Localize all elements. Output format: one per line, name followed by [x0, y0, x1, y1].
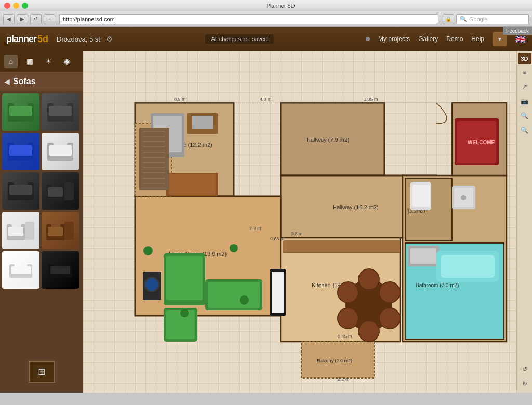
svg-rect-18 — [47, 156, 73, 161]
gallery-link[interactable]: Gallery — [418, 35, 438, 43]
svg-rect-105 — [272, 272, 284, 313]
black-sofa-item[interactable] — [42, 251, 79, 289]
svg-rect-19 — [49, 145, 72, 156]
demo-link[interactable]: Demo — [446, 35, 463, 43]
address-bar[interactable]: http://plannersd.com — [59, 14, 438, 24]
home-toolbar-icon[interactable]: ⌂ — [4, 55, 18, 68]
maximize-window-button[interactable] — [22, 3, 28, 9]
svg-rect-47 — [11, 266, 31, 274]
svg-point-108 — [379, 282, 400, 303]
svg-rect-90 — [169, 174, 216, 195]
svg-text:3.85 m: 3.85 m — [364, 97, 378, 102]
furniture-row-1 — [2, 93, 81, 131]
svg-rect-24 — [9, 185, 32, 195]
logo-5d: 5d — [37, 34, 48, 45]
brown-sofa-item[interactable] — [42, 212, 79, 249]
svg-rect-34 — [7, 236, 25, 240]
settings-icon[interactable]: ⚙ — [106, 35, 113, 43]
browser-chrome: Planner 5D ◀ ▶ ↺ + http://plannersd.com … — [0, 0, 532, 27]
home-nav-button[interactable]: + — [44, 14, 55, 24]
svg-point-110 — [379, 308, 400, 329]
svg-rect-131 — [139, 128, 169, 190]
search-placeholder: Google — [469, 16, 487, 22]
svg-text:WELCOME: WELCOME — [468, 140, 495, 145]
language-flag[interactable]: 🇬🇧 — [515, 34, 526, 44]
svg-rect-13 — [8, 156, 34, 161]
category-header: ◀ Sofas — [0, 72, 83, 91]
svg-rect-23 — [8, 195, 34, 200]
refresh-button[interactable]: ↺ — [30, 14, 42, 24]
dark-sofa-2-item[interactable] — [42, 172, 79, 210]
undo-button[interactable]: ↺ — [518, 362, 531, 376]
furniture-row-4 — [2, 212, 81, 249]
white-corner-sofa-item[interactable] — [2, 212, 39, 249]
svg-rect-29 — [64, 182, 74, 200]
floor-selector[interactable]: ⊞ — [29, 361, 55, 383]
back-arrow-icon[interactable]: ◀ — [4, 77, 10, 86]
svg-text:Hallway (7.9 m2): Hallway (7.9 m2) — [307, 137, 350, 143]
back-button[interactable]: ◀ — [3, 14, 15, 24]
url-text: http://plannersd.com — [63, 16, 115, 22]
browser-toolbar: ◀ ▶ ↺ + http://plannersd.com 🔒 🔍 Google — [0, 11, 532, 27]
eye-toolbar-icon[interactable]: ◉ — [60, 55, 74, 68]
lamp-toolbar-icon[interactable]: ☀ — [42, 55, 55, 68]
help-link[interactable]: Help — [471, 35, 484, 43]
svg-point-112 — [358, 321, 379, 342]
browser-search[interactable]: 🔍 Google — [456, 14, 529, 24]
svg-rect-40 — [46, 236, 64, 240]
left-sidebar: ⌂ ▦ ☀ ◉ ◀ Sofas — [0, 51, 83, 393]
dark-sofa-1-item[interactable] — [2, 172, 39, 210]
save-status: All changes are saved — [205, 34, 274, 44]
floor-plan-svg: Office (12.2 m2) Hallway (7.9 m2) Hallwa… — [83, 51, 516, 393]
svg-text:0.8 m: 0.8 m — [291, 231, 303, 236]
list-view-button[interactable]: ≡ — [518, 65, 531, 79]
svg-rect-92 — [166, 256, 203, 300]
green-sofa-item[interactable] — [2, 93, 39, 131]
redo-button[interactable]: ↻ — [518, 377, 531, 390]
svg-point-109 — [338, 308, 358, 329]
header-center: All changes are saved — [113, 34, 365, 44]
share-button[interactable]: ↗ — [518, 80, 531, 93]
blue-sofa-item[interactable] — [2, 133, 39, 170]
3d-view-button[interactable]: 3D — [518, 53, 531, 64]
svg-point-99 — [145, 278, 158, 291]
svg-rect-8 — [47, 116, 73, 122]
svg-point-100 — [143, 246, 153, 255]
zoom-out-button[interactable]: 🔍 — [518, 124, 531, 137]
white-sofa-item[interactable] — [42, 133, 79, 170]
minimize-window-button[interactable] — [13, 3, 19, 9]
svg-rect-9 — [49, 106, 72, 116]
svg-rect-119 — [410, 248, 436, 264]
svg-rect-35 — [25, 222, 34, 240]
feedback-button[interactable]: Feedback — [503, 27, 532, 35]
furniture-row-3 — [2, 172, 81, 210]
objects-toolbar-icon[interactable]: ▦ — [23, 55, 36, 68]
svg-text:Bathroom (7.0 m2): Bathroom (7.0 m2) — [416, 282, 459, 288]
svg-text:4.8 m: 4.8 m — [260, 97, 272, 102]
furniture-grid — [0, 91, 83, 351]
furniture-row-5 — [2, 251, 81, 289]
svg-rect-36 — [8, 227, 23, 236]
header-right: My projects Gallery Demo Help ▼ 🇬🇧 — [366, 32, 526, 46]
svg-rect-30 — [48, 187, 63, 197]
svg-text:0.45 m: 0.45 m — [338, 334, 352, 339]
svg-point-103 — [230, 244, 238, 252]
svg-text:Hallway (16.2 m2): Hallway (16.2 m2) — [332, 204, 379, 210]
white-small-sofa-item[interactable] — [2, 251, 39, 289]
camera-button[interactable]: 📷 — [518, 95, 531, 108]
search-icon: 🔍 — [460, 16, 467, 22]
close-window-button[interactable] — [4, 3, 10, 9]
svg-rect-84 — [192, 116, 213, 129]
zoom-in-button[interactable]: 🔍 — [518, 109, 531, 123]
svg-rect-4 — [9, 106, 32, 116]
forward-button[interactable]: ▶ — [17, 14, 28, 24]
dark-gray-sofa-item[interactable] — [42, 93, 79, 131]
project-name: Drozdova, 5 st. — [57, 35, 102, 43]
svg-text:Balcony (2.0 m2): Balcony (2.0 m2) — [317, 358, 352, 363]
svg-point-111 — [358, 269, 379, 290]
svg-rect-14 — [9, 145, 32, 156]
canvas-area[interactable]: Office (12.2 m2) Hallway (7.9 m2) Hallwa… — [83, 51, 516, 393]
browser-window-controls — [4, 3, 28, 9]
my-projects-link[interactable]: My projects — [378, 35, 410, 43]
main-content: ⌂ ▦ ☀ ◉ ◀ Sofas — [0, 51, 532, 393]
